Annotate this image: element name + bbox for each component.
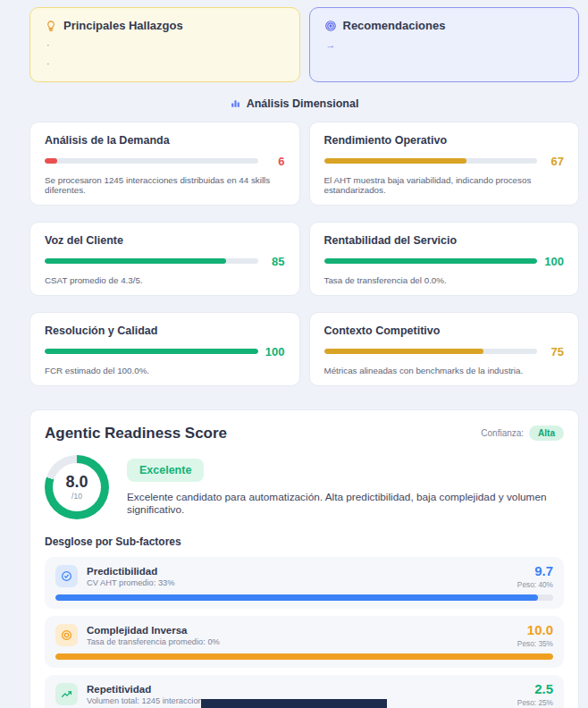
confidence-badge: Alta: [529, 426, 564, 441]
bar-chart-icon: [230, 97, 241, 109]
dimension-score: 100: [544, 255, 564, 268]
top-cards-row: Principales Hallazgos · · Recomendacione…: [29, 7, 579, 82]
readiness-card: Agentic Readiness Score Confianza: Alta …: [29, 409, 579, 708]
trend-up-icon: [55, 683, 78, 705]
dimension-bar-row: 100: [324, 255, 565, 268]
findings-card: Principales Hallazgos · ·: [29, 7, 300, 82]
progress-fill: [45, 258, 226, 264]
dimension-description: El AHT muestra baja variabilidad, indica…: [324, 175, 565, 195]
subfactor-weight: Peso: 25%: [517, 698, 553, 707]
findings-header: Principales Hallazgos: [45, 19, 285, 32]
readiness-title: Agentic Readiness Score: [45, 425, 227, 442]
recommendations-card: Recomendaciones →: [309, 7, 580, 82]
lightbulb-icon: [45, 20, 57, 32]
dimension-bar-row: 100: [45, 345, 285, 358]
finding-item: ·: [46, 38, 285, 51]
recommendations-header: Recomendaciones: [324, 19, 565, 32]
dimension-title: Análisis de la Demanda: [45, 134, 285, 147]
confidence-block: Confianza: Alta: [481, 426, 564, 441]
recommendations-title: Recomendaciones: [343, 19, 446, 32]
progress-track: [45, 258, 258, 264]
target-icon: [324, 20, 337, 32]
dimension-description: Métricas alineadas con benchmarks de la …: [324, 366, 565, 375]
dimension-title: Contexto Competitivo: [324, 324, 565, 337]
confidence-label: Confianza:: [481, 428, 524, 438]
section-header-label: Análisis Dimensional: [247, 97, 359, 110]
subfactor-row-predictibilidad: Predictibilidad CV AHT promedio: 33% 9.7…: [45, 557, 564, 609]
readiness-gauge-center: 8.0 /10: [53, 463, 101, 511]
subfactor-value-block: 9.7 Peso: 40%: [517, 564, 553, 589]
subfactor-texts: Predictibilidad CV AHT promedio: 33%: [87, 566, 508, 587]
subfactor-track: [55, 653, 553, 660]
dimension-description: FCR estimado del 100.0%.: [45, 366, 285, 375]
progress-fill: [45, 349, 258, 354]
dimension-card-demanda: Análisis de la Demanda 6 Se procesaron 1…: [29, 122, 300, 206]
dimension-cards-grid: Análisis de la Demanda 6 Se procesaron 1…: [29, 122, 579, 386]
dimension-score: 6: [265, 155, 285, 168]
gauge-row: 8.0 /10 Excelente Excelente candidato pa…: [45, 455, 564, 519]
dimension-description: Se procesaron 1245 interacciones distrib…: [45, 175, 285, 195]
dimension-card-voz-cliente: Voz del Cliente 85 CSAT promedio de 4.3/…: [29, 222, 300, 296]
dimension-card-rentabilidad: Rentabilidad del Servicio 100 Tasa de tr…: [309, 222, 580, 296]
subfactor-fill: [55, 594, 538, 601]
dimension-card-rendimiento: Rendimiento Operativo 67 El AHT muestra …: [309, 122, 580, 206]
dimension-score: 67: [544, 155, 564, 168]
dimension-bar-row: 6: [45, 155, 285, 168]
dimension-title: Resolución y Calidad: [45, 324, 285, 337]
readiness-level-badge: Excelente: [127, 459, 204, 482]
progress-fill: [45, 158, 57, 164]
dimension-title: Rentabilidad del Servicio: [324, 234, 565, 247]
subfactor-texts: Complejidad Inversa Tasa de transferenci…: [87, 625, 508, 646]
dimension-title: Voz del Cliente: [45, 234, 285, 247]
subfactor-weight: Peso: 40%: [517, 580, 553, 589]
dimension-bar-row: 85: [45, 255, 285, 268]
readiness-header: Agentic Readiness Score Confianza: Alta: [45, 425, 564, 442]
subfactor-weight: Peso: 35%: [517, 639, 553, 648]
subfactor-top: Predictibilidad CV AHT promedio: 33% 9.7…: [55, 564, 553, 589]
dimension-card-resolucion: Resolución y Calidad 100 FCR estimado de…: [29, 312, 300, 386]
progress-fill: [324, 258, 538, 264]
progress-fill: [324, 349, 484, 354]
progress-track: [324, 158, 538, 164]
progress-track: [324, 349, 538, 354]
progress-track: [45, 158, 258, 164]
subfactor-value-block: 2.5 Peso: 25%: [517, 682, 553, 707]
dimension-description: Tasa de transferencia del 0.0%.: [324, 275, 565, 285]
subfactor-track: [55, 594, 553, 601]
finding-item: ·: [46, 57, 285, 70]
subfactor-value: 2.5: [517, 682, 553, 695]
subfactors-title: Desglose por Sub-factores: [45, 535, 564, 548]
check-circle-icon: [55, 565, 78, 587]
dimension-score: 75: [544, 345, 564, 358]
subfactor-top: Complejidad Inversa Tasa de transferenci…: [55, 623, 553, 648]
subfactor-name: Predictibilidad: [87, 566, 508, 577]
dimension-bar-row: 75: [324, 345, 565, 358]
findings-title: Principales Hallazgos: [63, 19, 183, 32]
dimension-title: Rendimiento Operativo: [324, 134, 565, 147]
subfactor-value: 10.0: [517, 623, 553, 636]
dimension-description: CSAT promedio de 4.3/5.: [45, 275, 285, 285]
subfactor-name: Repetitividad: [87, 684, 508, 695]
subfactor-name: Complejidad Inversa: [87, 625, 508, 636]
progress-track: [324, 258, 538, 264]
report-page: Principales Hallazgos · · Recomendacione…: [0, 0, 588, 708]
dimension-card-contexto: Contexto Competitivo 75 Métricas alinead…: [309, 312, 580, 386]
dimension-bar-row: 67: [324, 155, 565, 168]
dimension-score: 85: [265, 255, 285, 268]
readiness-summary: Excelente Excelente candidato para autom…: [127, 459, 564, 516]
bottom-dark-bar: [201, 699, 387, 708]
readiness-gauge-ring: 8.0 /10: [45, 455, 109, 519]
progress-fill: [324, 158, 467, 164]
subfactor-detail: CV AHT promedio: 33%: [87, 578, 508, 587]
target-icon: [55, 624, 78, 646]
readiness-description: Excelente candidato para automatización.…: [127, 491, 564, 516]
progress-track: [45, 349, 258, 354]
readiness-score-value: 8.0: [65, 474, 88, 490]
dimension-score: 100: [265, 345, 285, 358]
subfactor-value-block: 10.0 Peso: 35%: [517, 623, 553, 648]
subfactor-fill: [55, 653, 553, 660]
subfactor-value: 9.7: [517, 564, 553, 577]
subfactor-detail: Tasa de transferencia promedio: 0%: [87, 637, 508, 646]
subfactor-row-complejidad: Complejidad Inversa Tasa de transferenci…: [45, 616, 564, 668]
readiness-score-max: /10: [71, 492, 82, 501]
